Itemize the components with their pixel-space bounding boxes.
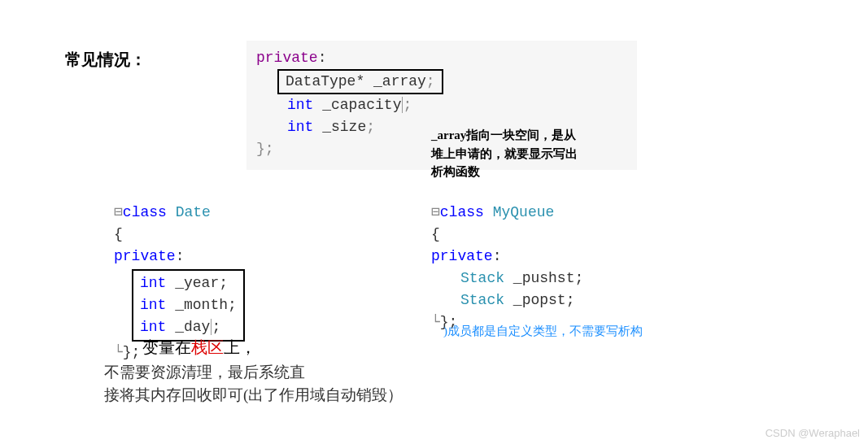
keyword-private: private xyxy=(114,248,176,264)
type-int: int xyxy=(140,275,166,291)
type-stack: Stack xyxy=(460,270,504,286)
annot-line: 接将其内存回收即可(出了作用域自动销毁） xyxy=(104,384,403,407)
semicolon: ; xyxy=(574,270,583,286)
colon: : xyxy=(176,248,185,264)
brace-open: { xyxy=(431,226,440,242)
brace-close: └ xyxy=(114,344,123,360)
type-int: int xyxy=(140,319,166,335)
semicolon: ; xyxy=(566,292,575,308)
semicolon: ; xyxy=(212,319,220,335)
member-popst: _popst xyxy=(513,292,566,308)
annot-part-red: 栈区 xyxy=(191,338,224,356)
semicolon: ; xyxy=(403,97,412,113)
member-capacity: _capacity xyxy=(322,97,403,113)
keyword-class: class xyxy=(123,204,167,220)
class-name-date: Date xyxy=(176,204,211,220)
annotation-array-heap: _array指向一块空间，是从 堆上申请的，就要显示写出 析构函数 xyxy=(431,126,578,181)
member-size: _size xyxy=(322,119,366,135)
semicolon: ; xyxy=(219,275,228,291)
annotation-stack-var: 变量在栈区上， xyxy=(142,337,256,359)
brace-close: └ xyxy=(431,314,440,330)
type-stack: Stack xyxy=(460,292,504,308)
semicolon: ; xyxy=(426,73,435,89)
brace-close: }; xyxy=(256,141,274,157)
annot-part: 变量在 xyxy=(142,338,191,356)
annot-line: 析构函数 xyxy=(431,163,578,181)
watermark: CSDN @Weraphael xyxy=(765,427,860,439)
member-array: _array xyxy=(373,73,426,89)
type-int: int xyxy=(287,119,313,135)
keyword-private: private xyxy=(256,50,318,66)
semicolon: ; xyxy=(366,119,375,135)
annot-line: 不需要资源清理，最后系统直 xyxy=(104,361,403,384)
type-int: int xyxy=(140,297,166,313)
colon: : xyxy=(318,50,327,66)
code-block-myqueue: ⊟class MyQueue { private: Stack _pushst;… xyxy=(431,202,583,333)
annot-line: 堆上申请的，就要显示写出 xyxy=(431,145,578,163)
member-year: _year xyxy=(175,275,219,291)
annot-part: 上， xyxy=(224,338,256,356)
annot-line: _array指向一块空间，是从 xyxy=(431,126,578,145)
semicolon: ; xyxy=(228,297,237,313)
annotation-custom-type: )成员都是自定义类型，不需要写析构 xyxy=(443,324,643,339)
member-pushst: _pushst xyxy=(513,270,575,286)
fold-marker: ⊟ xyxy=(114,204,123,220)
class-name-myqueue: MyQueue xyxy=(493,204,555,220)
annotation-cleanup: 不需要资源清理，最后系统直 接将其内存回收即可(出了作用域自动销毁） xyxy=(104,361,403,406)
member-day: _day xyxy=(175,319,212,335)
fold-marker: ⊟ xyxy=(431,204,440,220)
colon: : xyxy=(493,248,502,264)
highlighted-member-array: DataType* _array; xyxy=(277,69,443,94)
member-month: _month xyxy=(175,297,228,313)
brace-open: { xyxy=(114,226,123,242)
keyword-class: class xyxy=(440,204,484,220)
highlighted-members-date: int _year; int _month; int _day; xyxy=(132,269,245,342)
type-datatype: DataType* xyxy=(286,73,364,89)
type-int: int xyxy=(287,97,313,113)
keyword-private: private xyxy=(431,248,493,264)
section-title: 常见情况： xyxy=(65,49,146,71)
close-brace: }; xyxy=(123,344,141,360)
